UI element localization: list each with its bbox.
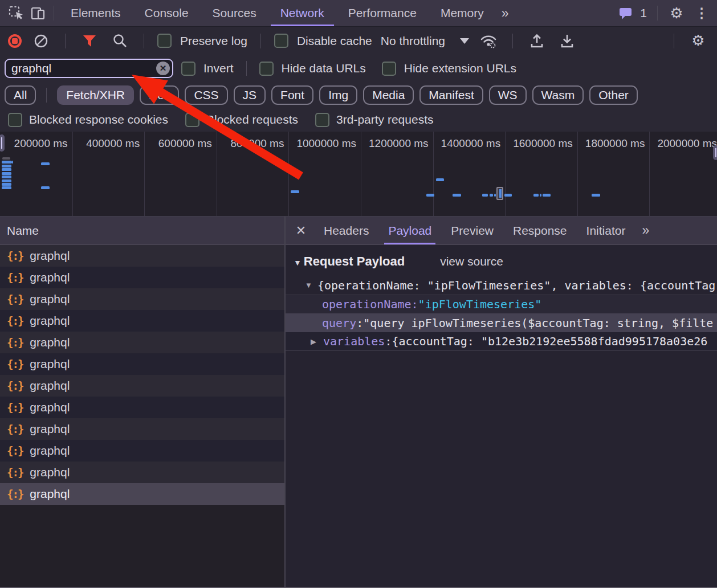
chip-css[interactable]: CSS (185, 85, 227, 105)
detail-panel: ✕ HeadersPayloadPreviewResponseInitiator… (286, 217, 717, 587)
devtools-window: ElementsConsoleSourcesNetworkPerformance… (0, 0, 717, 588)
tab-sources[interactable]: Sources (201, 0, 268, 26)
tab-network[interactable]: Network (268, 0, 336, 26)
network-conditions-icon[interactable] (478, 31, 499, 51)
blocked-requests-checkbox[interactable] (185, 113, 199, 127)
import-har-icon[interactable] (526, 31, 548, 51)
search-icon[interactable] (109, 31, 131, 51)
payload-row[interactable]: operationName: "ipFlowTimeseries" (286, 295, 717, 313)
invert-checkbox[interactable] (181, 62, 195, 76)
kebab-menu-icon[interactable]: ⋮ (691, 3, 712, 23)
json-file-icon: {:} (7, 423, 23, 435)
blocked-item-blocked-response-cookies: Blocked response cookies (8, 113, 168, 127)
tabbar-right: 1 ⚙ ⋮ (615, 3, 712, 23)
chip-ws[interactable]: WS (489, 85, 527, 105)
chip-fetch-xhr[interactable]: Fetch/XHR (57, 85, 134, 105)
name-column-header[interactable]: Name (0, 217, 284, 245)
blocked-item-3rd-party-requests: 3rd-party requests (315, 113, 433, 127)
overview-right-grip[interactable] (713, 145, 717, 160)
device-toolbar-icon[interactable] (27, 3, 49, 23)
close-icon[interactable]: ✕ (288, 223, 314, 238)
main-tabbar: ElementsConsoleSourcesNetworkPerformance… (0, 0, 717, 27)
payload-row[interactable]: query: "query ipFlowTimeseries($accountT… (286, 313, 717, 332)
payload-row[interactable]: ▼{operationName: "ipFlowTimeseries", var… (286, 276, 717, 295)
request-row[interactable]: {:}graphql (0, 397, 284, 418)
request-row[interactable]: {:}graphql (0, 375, 284, 397)
issues-icon[interactable] (615, 3, 637, 23)
disable-cache-checkbox[interactable] (274, 34, 288, 48)
chip-font[interactable]: Font (271, 85, 313, 105)
overview-left-grip[interactable] (0, 134, 5, 152)
request-row[interactable]: {:}graphql (0, 483, 284, 505)
filter-input[interactable] (5, 59, 173, 78)
request-name: graphql (30, 336, 70, 349)
inspect-element-icon[interactable] (6, 3, 27, 23)
request-row[interactable]: {:}graphql (0, 462, 284, 483)
chip-doc[interactable]: Doc (140, 85, 179, 105)
tab-memory[interactable]: Memory (429, 0, 496, 26)
timeline-request-bar (2, 179, 11, 182)
detail-tab-initiator[interactable]: Initiator (577, 217, 635, 244)
request-row[interactable]: {:}graphql (0, 353, 284, 375)
timeline-request-bar (453, 194, 461, 197)
timeline-request-bar (592, 194, 600, 197)
request-row[interactable]: {:}graphql (0, 310, 284, 332)
json-file-icon: {:} (7, 488, 23, 500)
more-detail-tabs-icon[interactable]: » (635, 223, 656, 238)
clear-filter-icon[interactable]: ✕ (156, 62, 170, 75)
detail-tab-headers[interactable]: Headers (314, 217, 378, 244)
network-overview[interactable]: 200000 ms400000 ms600000 ms800000 ms1000… (0, 132, 717, 217)
clear-network-log-icon[interactable] (30, 31, 52, 51)
chip-other[interactable]: Other (589, 85, 638, 105)
timeline-gray-bar (2, 157, 10, 160)
chip-wasm[interactable]: Wasm (532, 85, 584, 105)
more-panels-icon[interactable]: » (496, 6, 515, 21)
filter-icon[interactable] (79, 31, 100, 51)
tab-console[interactable]: Console (133, 0, 201, 26)
payload-row[interactable]: ▶variables: {accountTag: "b12e3b2192ee55… (286, 332, 717, 351)
timeline-request-bar (2, 183, 11, 186)
request-row[interactable]: {:}graphql (0, 245, 284, 267)
request-row[interactable]: {:}graphql (0, 440, 284, 462)
hide-extension-urls-checkbox[interactable] (382, 62, 396, 76)
view-source-link[interactable]: view source (440, 255, 503, 268)
expander-icon[interactable]: ▶ (311, 337, 323, 346)
request-row[interactable]: {:}graphql (0, 288, 284, 310)
requests-list: {:}graphql{:}graphql{:}graphql{:}graphql… (0, 245, 284, 587)
tab-elements[interactable]: Elements (59, 0, 133, 26)
network-settings-gear-icon[interactable]: ⚙ (687, 31, 709, 51)
timeline-request-bar (543, 194, 551, 197)
json-file-icon: {:} (7, 379, 23, 392)
timeline-request-bar (2, 161, 11, 164)
requests-panel: Name {:}graphql{:}graphql{:}graphql{:}gr… (0, 217, 286, 587)
payload-tree: ▼{operationName: "ipFlowTimeseries", var… (286, 276, 717, 351)
blocked-response-cookies-checkbox[interactable] (8, 113, 22, 127)
detail-tab-response[interactable]: Response (503, 217, 577, 244)
detail-tab-payload[interactable]: Payload (378, 217, 441, 244)
detail-tab-preview[interactable]: Preview (441, 217, 503, 244)
timeline-tick-label: 1000000 ms (296, 137, 356, 150)
settings-gear-icon[interactable]: ⚙ (666, 3, 687, 23)
collapse-triangle-icon[interactable]: ▼ (294, 258, 302, 267)
chip-img[interactable]: Img (319, 85, 357, 105)
throttling-dropdown[interactable]: No throttling (381, 34, 469, 48)
tab-performance[interactable]: Performance (336, 0, 429, 26)
expander-icon[interactable]: ▼ (305, 281, 317, 289)
request-row[interactable]: {:}graphql (0, 332, 284, 353)
payload-text: : (412, 297, 418, 311)
chip-media[interactable]: Media (363, 85, 414, 105)
dropdown-caret-icon (460, 38, 469, 44)
export-har-icon[interactable] (556, 31, 578, 51)
request-row[interactable]: {:}graphql (0, 267, 284, 288)
record-network-log-icon[interactable] (8, 34, 22, 48)
hide-data-urls-checkbox[interactable] (259, 62, 274, 76)
chip-all[interactable]: All (5, 85, 36, 105)
chip-js[interactable]: JS (234, 85, 266, 105)
preserve-log-checkbox[interactable] (157, 34, 172, 48)
3rd-party-requests-checkbox[interactable] (315, 113, 329, 127)
chip-manifest[interactable]: Manifest (419, 85, 483, 105)
request-row[interactable]: {:}graphql (0, 418, 284, 440)
payload-text: "query ipFlowTimeseries($accountTag: str… (363, 316, 713, 330)
json-file-icon: {:} (7, 444, 23, 457)
disable-cache-label: Disable cache (297, 34, 372, 48)
